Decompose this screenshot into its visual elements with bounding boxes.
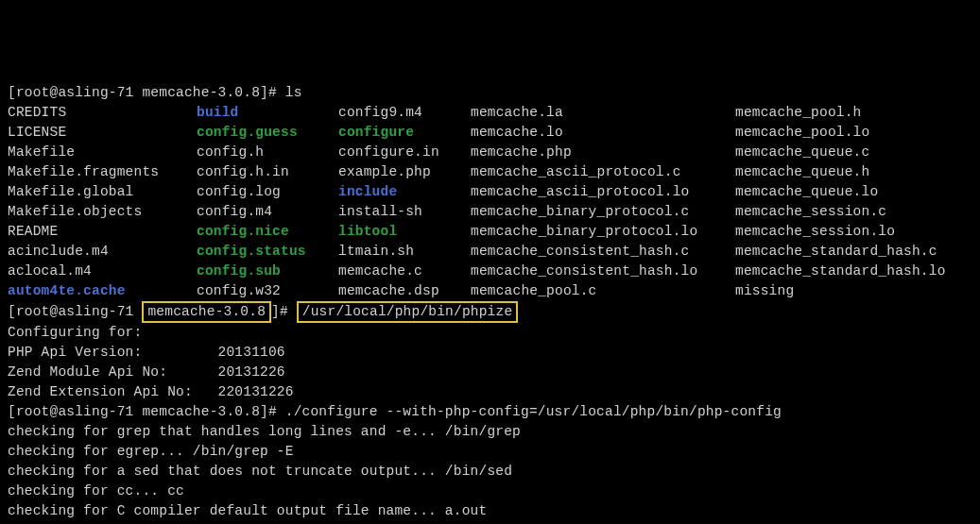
file-entry: memcache_pool.h [735, 103, 862, 123]
exec-entry: config.sub [197, 262, 338, 281]
output-line: checking for cc... cc [8, 482, 972, 501]
file-entry: memcache_queue.lo [735, 182, 878, 202]
ls-row: Makefile.objectsconfig.m4install-shmemca… [8, 202, 972, 222]
file-entry: CREDITS [8, 103, 197, 123]
exec-entry: config.guess [197, 123, 338, 143]
prompt-text: [root@asling-71 memcache-3.0.8]# ls [8, 85, 302, 100]
file-entry: memcache.dsp [338, 281, 471, 301]
file-entry: memcache.la [471, 103, 735, 123]
file-entry: memcache_standard_hash.c [735, 242, 937, 262]
ls-row: LICENSEconfig.guessconfigurememcache.lom… [8, 123, 972, 143]
file-entry: memcache_ascii_protocol.c [471, 162, 735, 182]
file-entry: config.log [197, 182, 338, 202]
file-entry: memcache_binary_protocol.lo [471, 222, 735, 242]
ls-row: Makefile.globalconfig.logincludememcache… [8, 182, 972, 202]
file-entry: config9.m4 [338, 103, 471, 123]
file-entry: memcache_consistent_hash.c [471, 242, 735, 262]
ls-row: autom4te.cacheconfig.w32memcache.dspmemc… [8, 281, 972, 301]
file-entry: config.m4 [197, 202, 338, 222]
file-entry: memcache_session.lo [735, 222, 895, 242]
file-entry: memcache_pool.c [471, 281, 735, 301]
file-entry: memcache.c [338, 262, 471, 281]
file-entry: memcache_queue.c [735, 143, 869, 162]
file-entry: example.php [338, 162, 471, 182]
dir-entry: build [197, 103, 338, 123]
exec-entry: libtool [338, 222, 471, 242]
file-entry: install-sh [338, 202, 471, 222]
output-line: checking for egrep... /bin/grep -E [8, 442, 972, 462]
output-line: Zend Module Api No: 20131226 [8, 363, 972, 382]
exec-entry: config.status [197, 242, 338, 262]
output-line: checking for C compiler default output f… [8, 501, 972, 521]
file-entry: memcache_session.c [735, 202, 886, 222]
output-line: Zend Extension Api No: 220131226 [8, 382, 972, 402]
file-entry: LICENSE [8, 123, 197, 143]
phpize-cmd-highlight: /usr/local/php/bin/phpize [297, 301, 519, 323]
prompt-line: [root@asling-71 memcache-3.0.8]# ls [8, 83, 972, 103]
file-entry: memcache_standard_hash.lo [735, 262, 946, 281]
terminal[interactable]: [root@asling-71 memcache-3.0.8]# lsCREDI… [8, 83, 972, 524]
prompt-suffix: ]# [271, 304, 297, 319]
file-entry: configure.in [338, 143, 471, 162]
dir-entry: autom4te.cache [8, 281, 197, 301]
file-entry: memcache_pool.lo [735, 123, 869, 143]
output-line: PHP Api Version: 20131106 [8, 343, 972, 363]
ls-row: acinclude.m4config.statusltmain.shmemcac… [8, 242, 972, 262]
dir-entry: include [338, 182, 471, 202]
output-line: Configuring for: [8, 323, 972, 343]
file-entry: Makefile [8, 143, 197, 162]
file-entry: config.h [197, 143, 338, 162]
file-entry: missing [735, 281, 794, 301]
file-entry: memcache.lo [471, 123, 735, 143]
ls-row: CREDITSbuildconfig9.m4memcache.lamemcach… [8, 103, 972, 123]
exec-entry: config.nice [197, 222, 338, 242]
file-entry: Makefile.fragments [8, 162, 197, 182]
cwd-highlight: memcache-3.0.8 [142, 301, 271, 323]
exec-entry: configure [338, 123, 471, 143]
file-entry: ltmain.sh [338, 242, 471, 262]
file-entry: aclocal.m4 [8, 262, 197, 281]
output-line: checking for a sed that does not truncat… [8, 462, 972, 482]
file-entry: memcache_queue.h [735, 162, 869, 182]
file-entry: config.h.in [197, 162, 338, 182]
ls-row: aclocal.m4config.submemcache.cmemcache_c… [8, 262, 972, 281]
file-entry: Makefile.global [8, 182, 197, 202]
file-entry: memcache_ascii_protocol.lo [471, 182, 735, 202]
file-entry: memcache_consistent_hash.lo [471, 262, 735, 281]
file-entry: memcache.php [471, 143, 735, 162]
prompt-line-configure: [root@asling-71 memcache-3.0.8]# ./confi… [8, 402, 972, 422]
ls-row: READMEconfig.nicelibtoolmemcache_binary_… [8, 222, 972, 242]
file-entry: Makefile.objects [8, 202, 197, 222]
file-entry: memcache_binary_protocol.c [471, 202, 735, 222]
file-entry: README [8, 222, 197, 242]
ls-row: Makefile.fragmentsconfig.h.inexample.php… [8, 162, 972, 182]
prompt-prefix: [root@asling-71 [8, 304, 142, 319]
file-entry: acinclude.m4 [8, 242, 197, 262]
prompt-text: [root@asling-71 memcache-3.0.8]# ./confi… [8, 404, 782, 419]
prompt-line-phpize: [root@asling-71 memcache-3.0.8]# /usr/lo… [8, 301, 972, 323]
file-entry: config.w32 [197, 281, 338, 301]
output-line: checking for grep that handles long line… [8, 422, 972, 442]
ls-row: Makefileconfig.hconfigure.inmemcache.php… [8, 143, 972, 162]
